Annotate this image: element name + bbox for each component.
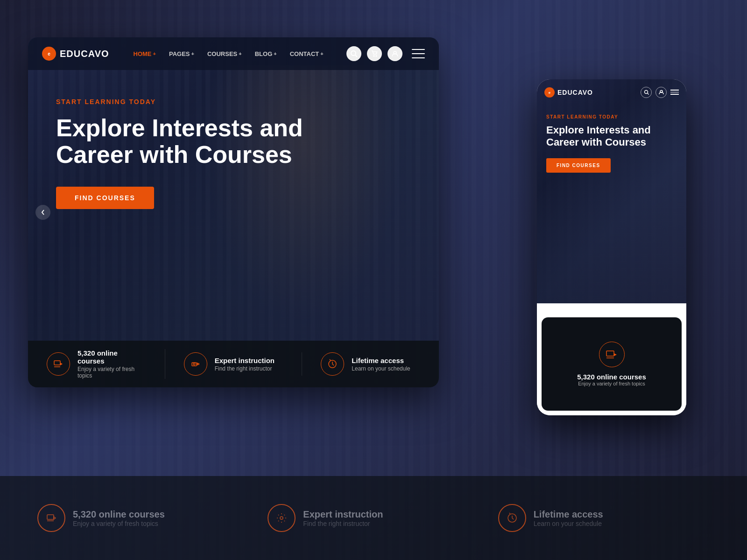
mobile-play-icon	[599, 342, 625, 367]
bg-stat-courses: 5,320 online courses Enjoy a variety of …	[37, 504, 249, 532]
hamburger-menu[interactable]	[412, 49, 425, 58]
stat-lifetime-access: Lifetime access Learn on your schedule	[302, 352, 439, 376]
svg-point-23	[644, 91, 648, 94]
mobile-bottom-area: 5,320 online courses Enjoy a variety of …	[537, 303, 686, 415]
bg-stat-lifetime: Lifetime access Learn on your schedule	[498, 504, 710, 532]
mobile-hero: e EDUCAVO	[537, 79, 686, 303]
logo-icon: e	[42, 47, 56, 61]
nav-item-home[interactable]: HOME +	[128, 47, 162, 61]
svg-rect-0	[47, 515, 54, 519]
mobile-navbar: e EDUCAVO	[537, 79, 686, 105]
stat-instruction-text: Expert instruction Find the right instru…	[215, 357, 275, 372]
nav-links: HOME + PAGES + COURSES + BLOG + CONTACT …	[128, 47, 346, 61]
svg-text:e: e	[549, 91, 551, 95]
svg-text:e: e	[48, 51, 50, 56]
nav-icons	[346, 46, 425, 61]
prev-arrow[interactable]	[35, 205, 50, 220]
stat-lifetime-text: Lifetime access Learn on your schedule	[352, 357, 410, 372]
bg-stat-instruction-text: Expert instruction Find the right instru…	[303, 509, 383, 527]
bg-stat-instruction: Expert instruction Find the right instru…	[268, 504, 479, 532]
logo-text: EDUCAVO	[60, 49, 109, 59]
mobile-mockup: e EDUCAVO	[537, 79, 686, 415]
mobile-find-courses-button[interactable]: FIND COURSES	[546, 158, 611, 173]
nav-item-contact[interactable]: CONTACT +	[284, 47, 329, 61]
bg-instruction-icon	[268, 504, 296, 532]
mobile-hero-content: START LEARNING TODAY Explore Interests a…	[537, 105, 686, 173]
bg-courses-icon	[37, 504, 65, 532]
bg-stat-lifetime-text: Lifetime access Learn on your schedule	[534, 509, 603, 527]
cart-button[interactable]	[367, 46, 382, 61]
svg-rect-26	[606, 351, 614, 356]
mobile-logo-text: EDUCAVO	[557, 89, 593, 96]
user-button[interactable]	[388, 46, 402, 61]
mobile-title: Explore Interests and Career with Course…	[546, 124, 677, 149]
svg-point-16	[193, 363, 195, 365]
stats-bar: 5,320 online courses Enjoy a variety of …	[28, 341, 439, 387]
find-courses-button[interactable]: FIND COURSES	[56, 187, 154, 209]
play-icon	[47, 352, 70, 376]
mobile-logo[interactable]: e EDUCAVO	[544, 87, 593, 98]
nav-item-courses[interactable]: COURSES +	[202, 47, 247, 61]
hero-content: START LEARNING TODAY Explore Interests a…	[28, 70, 439, 209]
mobile-logo-icon: e	[544, 87, 555, 98]
hero-title: Explore Interests and Career with Course…	[56, 115, 336, 168]
mobile-stat-card: 5,320 online courses Enjoy a variety of …	[542, 317, 682, 411]
svg-line-24	[648, 93, 649, 95]
navbar: e EDUCAVO HOME + PAGES + COURSES + BLOG …	[28, 37, 439, 70]
nav-item-blog[interactable]: BLOG +	[249, 47, 282, 61]
svg-line-8	[355, 55, 357, 57]
mobile-stat-text: 5,320 online courses Enjoy a variety of …	[577, 373, 646, 386]
background-stats-bar: 5,320 online courses Enjoy a variety of …	[0, 476, 747, 560]
stat-expert-instruction: Expert instruction Find the right instru…	[165, 352, 303, 376]
mobile-search-button[interactable]	[641, 87, 652, 98]
svg-point-7	[351, 51, 356, 56]
mobile-tagline: START LEARNING TODAY	[546, 114, 677, 119]
search-button[interactable]	[346, 46, 361, 61]
svg-marker-13	[60, 363, 63, 365]
mobile-nav-icons	[641, 87, 679, 98]
svg-point-9	[374, 56, 374, 56]
logo[interactable]: e EDUCAVO	[42, 47, 109, 61]
svg-point-10	[376, 56, 377, 56]
hero-tagline: START LEARNING TODAY	[56, 98, 402, 105]
mobile-hamburger[interactable]	[670, 90, 679, 95]
bg-stat-courses-text: 5,320 online courses Enjoy a variety of …	[73, 509, 165, 527]
svg-point-3	[280, 517, 283, 519]
stat-courses-text: 5,320 online courses Enjoy a variety of …	[78, 349, 146, 379]
nav-item-pages[interactable]: PAGES +	[163, 47, 200, 61]
svg-marker-27	[614, 353, 617, 356]
gear-icon	[184, 352, 207, 376]
svg-rect-12	[54, 361, 60, 365]
stat-online-courses: 5,320 online courses Enjoy a variety of …	[28, 349, 165, 379]
svg-marker-1	[54, 517, 56, 519]
desktop-mockup: e EDUCAVO HOME + PAGES + COURSES + BLOG …	[28, 37, 439, 387]
clock-icon	[321, 352, 344, 376]
mobile-user-button[interactable]	[655, 87, 667, 98]
bg-lifetime-icon	[498, 504, 526, 532]
